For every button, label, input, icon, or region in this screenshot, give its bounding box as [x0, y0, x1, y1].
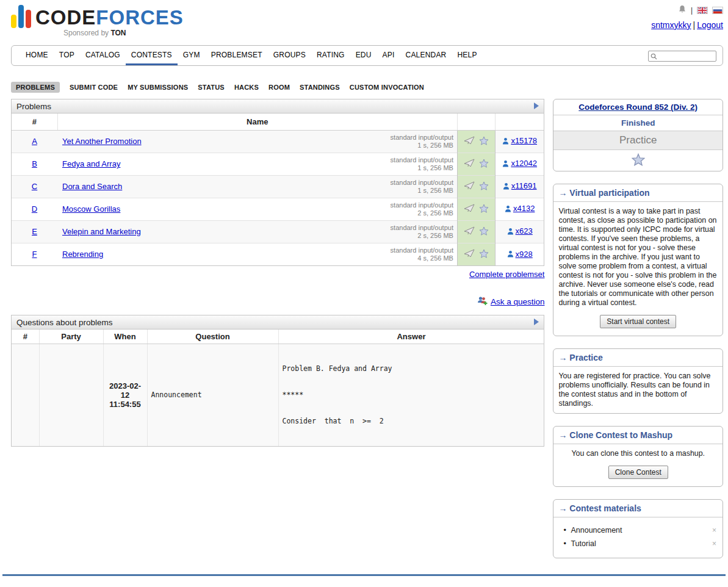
notifications-bell-icon[interactable] [678, 5, 687, 16]
solved-count-link[interactable]: x11691 [503, 181, 537, 190]
contest-favourite-star-icon[interactable] [632, 159, 645, 168]
solved-count-link[interactable]: x623 [507, 226, 533, 236]
close-icon[interactable]: × [712, 539, 716, 548]
ask-question-link[interactable]: Ask a question [491, 297, 545, 306]
q-col-index: # [12, 330, 39, 344]
tab-room[interactable]: ROOM [268, 84, 290, 91]
user-links: sntmxykky|Logout [651, 20, 723, 30]
tab-custom-invocation[interactable]: CUSTOM INVOCATION [350, 84, 424, 91]
table-row: A Yet Another Promotionstandard input/ou… [12, 130, 544, 153]
username-link[interactable]: sntmxykky [651, 20, 691, 30]
solved-count-link[interactable]: x928 [507, 250, 533, 259]
col-header-icons [457, 113, 495, 130]
submit-plane-icon[interactable] [464, 136, 475, 147]
problem-letter-link[interactable]: C [32, 182, 37, 191]
problems-caption-label: Problems [16, 102, 51, 111]
nav-item-gym[interactable]: GYM [178, 46, 206, 65]
tab-my-submissions[interactable]: MY SUBMISSIONS [128, 84, 188, 91]
tab-submit-code[interactable]: SUBMIT CODE [70, 84, 118, 91]
problem-letter-link[interactable]: F [32, 250, 37, 259]
nav-item-api[interactable]: API [377, 46, 400, 65]
solved-count-link[interactable]: x12042 [502, 159, 537, 168]
clone-contest-box: → Clone Contest to Mashup You can clone … [553, 426, 723, 487]
favourite-star-icon[interactable] [479, 159, 489, 170]
tab-status[interactable]: STATUS [198, 84, 225, 91]
person-icon [502, 160, 509, 167]
list-item: Tutorial× [563, 537, 718, 550]
virtual-participation-title: → Virtual participation [553, 184, 723, 202]
contest-title-link[interactable]: Codeforces Round 852 (Div. 2) [578, 103, 697, 112]
question-when: 2023-02-12 11:54:55 [103, 344, 147, 446]
solved-count-link[interactable]: x15178 [502, 136, 537, 145]
nav-item-calendar[interactable]: CALENDAR [400, 46, 452, 65]
problem-name-link[interactable]: Yet Another Promotion [62, 137, 142, 146]
list-item: Announcement× [563, 524, 718, 537]
nav-item-contests[interactable]: CONTESTS [126, 46, 178, 65]
questions-caption-label: Questions about problems [16, 318, 113, 327]
col-header-solved [495, 113, 544, 130]
questions-table: # Party When Question Answer 2023-02-12 … [12, 330, 544, 446]
tab-standings[interactable]: STANDINGS [300, 84, 340, 91]
q-col-when: When [103, 330, 147, 344]
problem-letter-link[interactable]: A [32, 137, 37, 146]
person-icon [505, 205, 511, 212]
nav-item-home[interactable]: HOME [20, 46, 54, 65]
problems-section: Problems # Name A Yet A [11, 99, 544, 266]
q-col-question: Question [147, 330, 278, 344]
collapse-arrow-icon[interactable] [534, 318, 539, 327]
nav-item-catalog[interactable]: CATALOG [80, 46, 126, 65]
logout-link[interactable]: Logout [697, 20, 723, 30]
tab-problems[interactable]: PROBLEMS [11, 82, 60, 93]
submit-plane-icon[interactable] [464, 226, 475, 237]
submit-plane-icon[interactable] [464, 181, 475, 192]
nav-item-edu[interactable]: EDU [350, 46, 377, 65]
favourite-star-icon[interactable] [479, 136, 489, 147]
problems-table: # Name A Yet Another Promotionstandard i… [12, 113, 544, 265]
clone-contest-button[interactable]: Clone Contest [608, 466, 668, 479]
material-tutorial-link[interactable]: Tutorial [571, 539, 596, 548]
logo-sponsor-text: Sponsored by TON [63, 29, 184, 37]
person-icon [502, 137, 509, 145]
problem-name-link[interactable]: Dora and Search [62, 182, 122, 191]
footer-divider [2, 574, 726, 576]
start-virtual-contest-button[interactable]: Start virtual contest [600, 315, 676, 328]
problem-name-link[interactable]: Rebrending [62, 250, 103, 259]
clone-contest-title: → Clone Contest to Mashup [553, 427, 723, 444]
submit-plane-icon[interactable] [464, 249, 475, 260]
person-icon [503, 182, 510, 190]
nav-item-top[interactable]: TOP [54, 46, 80, 65]
problem-name-link[interactable]: Velepin and Marketing [62, 227, 141, 236]
nav-item-rating[interactable]: RATING [311, 46, 350, 65]
contest-materials-box: → Contest materials Announcement× Tutori… [553, 499, 723, 558]
collapse-arrow-icon[interactable] [534, 102, 539, 111]
virtual-participation-text: Virtual contest is a way to take part in… [553, 202, 723, 312]
problem-name-link[interactable]: Fedya and Array [62, 159, 120, 168]
virtual-participation-box: → Virtual participation Virtual contest … [553, 184, 723, 336]
favourite-star-icon[interactable] [479, 204, 489, 215]
lang-ru-flag-icon[interactable] [712, 7, 723, 14]
submit-plane-icon[interactable] [464, 159, 475, 170]
favourite-star-icon[interactable] [479, 181, 489, 192]
search-input[interactable] [659, 52, 714, 60]
complete-problemset-link[interactable]: Complete problemset [469, 270, 545, 279]
problems-caption: Problems [12, 99, 544, 113]
lang-en-flag-icon[interactable] [697, 7, 708, 14]
problem-letter-link[interactable]: D [32, 204, 37, 214]
submit-plane-icon[interactable] [464, 204, 475, 215]
close-icon[interactable]: × [712, 526, 716, 535]
favourite-star-icon[interactable] [479, 249, 489, 260]
nav-item-groups[interactable]: GROUPS [268, 46, 311, 65]
practice-title: → Practice [553, 349, 723, 367]
solved-count-link[interactable]: x4132 [505, 204, 535, 213]
tab-hacks[interactable]: HACKS [234, 84, 259, 91]
problem-letter-link[interactable]: E [32, 227, 37, 236]
material-announcement-link[interactable]: Announcement [571, 526, 622, 535]
problem-limits: standard input/output4 s, 256 MB [391, 247, 453, 262]
nav-item-problemset[interactable]: PROBLEMSET [206, 46, 268, 65]
favourite-star-icon[interactable] [479, 226, 489, 237]
problem-letter-link[interactable]: B [32, 159, 37, 168]
header-separator: | [691, 6, 693, 15]
codeforces-logo[interactable]: CODEFORCES Sponsored by TON [11, 5, 184, 37]
problem-name-link[interactable]: Moscow Gorillas [62, 204, 120, 214]
nav-item-help[interactable]: HELP [452, 46, 482, 65]
